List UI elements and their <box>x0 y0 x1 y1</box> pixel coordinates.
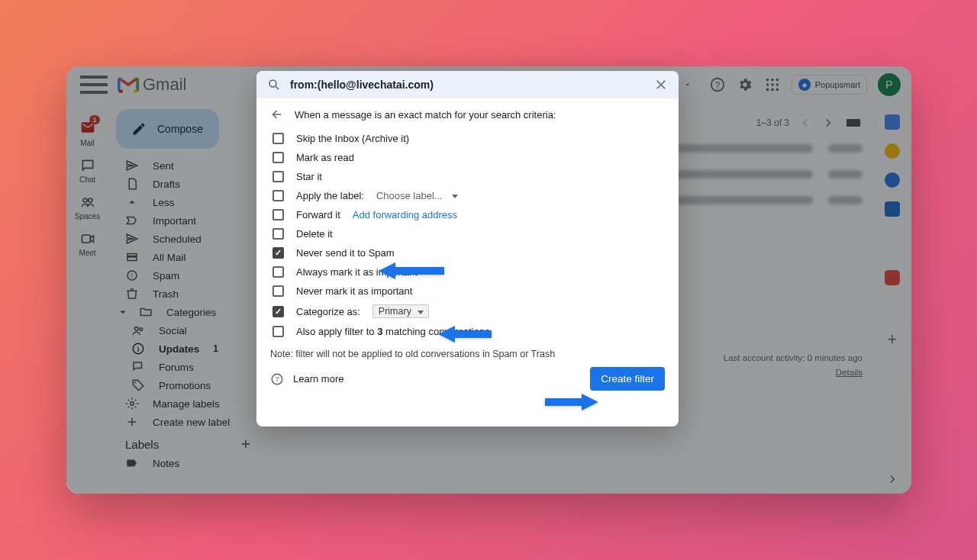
keep-icon[interactable] <box>885 143 900 159</box>
checkbox-never-spam[interactable] <box>272 247 284 259</box>
sidebar-item-important[interactable]: Important <box>108 211 265 230</box>
dialog-heading: When a message is an exact match for you… <box>295 109 556 121</box>
choose-label-dropdown[interactable]: Choose label... <box>376 190 458 201</box>
sidebar-item-allmail[interactable]: All Mail <box>108 248 265 266</box>
svg-point-21 <box>131 402 134 406</box>
rail-item-spaces[interactable]: Spaces <box>69 190 107 225</box>
settings-gear-icon[interactable] <box>737 76 753 93</box>
svg-point-17 <box>140 328 143 331</box>
checkbox-forward[interactable] <box>272 209 284 220</box>
forums-icon <box>131 360 145 374</box>
svg-point-5 <box>766 83 769 86</box>
svg-point-9 <box>771 89 774 92</box>
contacts-icon[interactable] <box>885 201 900 217</box>
add-label-icon[interactable] <box>239 437 253 451</box>
labels-header: Labels <box>108 431 265 454</box>
add-addon-icon[interactable]: + <box>888 330 898 349</box>
checkbox-never-important[interactable] <box>272 285 284 297</box>
close-icon[interactable] <box>654 78 668 92</box>
sidebar-item-categories[interactable]: Categories <box>108 303 265 321</box>
clock-send-icon <box>125 232 139 246</box>
dialog-body: When a message is an exact match for you… <box>256 98 679 401</box>
range-text: 1–3 of 3 <box>756 117 789 128</box>
rail-item-meet[interactable]: Meet <box>69 227 107 262</box>
svg-point-20 <box>134 381 136 383</box>
tag-icon <box>131 378 145 392</box>
sidebar-item-updates[interactable]: iUpdates1 <box>108 340 265 358</box>
create-filter-dialog: When a message is an exact match for you… <box>256 71 679 426</box>
pencil-icon <box>131 121 147 137</box>
tasks-icon[interactable] <box>885 172 900 188</box>
gmail-text: Gmail <box>143 75 186 95</box>
footer-info: Last account activity: 0 minutes ago Det… <box>724 351 863 379</box>
sidebar-item-promotions[interactable]: Promotions <box>108 376 265 394</box>
sidebar-item-drafts[interactable]: Drafts <box>108 175 265 193</box>
details-link[interactable]: Details <box>724 365 863 379</box>
add-forwarding-link[interactable]: Add forwarding address <box>353 209 457 220</box>
prev-page-icon[interactable] <box>798 116 812 130</box>
trash-icon <box>125 287 139 301</box>
sidebar-item-sent[interactable]: Sent <box>108 156 265 175</box>
checkbox-also-apply[interactable] <box>272 326 284 337</box>
sidebar-item-social[interactable]: Social <box>108 321 265 340</box>
help-icon[interactable]: ? <box>709 76 726 93</box>
back-arrow-icon[interactable] <box>270 108 284 121</box>
send-icon <box>125 159 139 172</box>
checkbox-categorize[interactable] <box>272 306 284 317</box>
calendar-icon[interactable] <box>885 114 900 130</box>
sidebar-item-notes[interactable]: Notes <box>108 454 265 472</box>
search-input[interactable] <box>290 79 645 91</box>
expand-panel-icon[interactable] <box>885 472 899 486</box>
gear-icon <box>125 397 139 410</box>
create-filter-button[interactable]: Create filter <box>590 367 665 391</box>
checkbox-mark-read[interactable] <box>272 152 284 163</box>
annotation-arrow <box>438 325 492 346</box>
dialog-footer: ? Learn more Create filter <box>270 367 665 391</box>
opt-never-spam: Never send it to Spam <box>270 243 665 262</box>
search-icon <box>267 78 281 92</box>
compose-button[interactable]: Compose <box>116 109 219 149</box>
opt-categorize: Categorize as: Primary <box>270 301 665 322</box>
category-select[interactable]: Primary <box>372 304 429 318</box>
mail-badge: 1 <box>89 115 99 124</box>
account-chip[interactable]: ◆ Popupsmart <box>792 75 867 95</box>
sidebar-item-forums[interactable]: Forums <box>108 358 265 376</box>
chip-logo-icon: ◆ <box>798 79 811 91</box>
sidebar-item-spam[interactable]: !Spam <box>108 266 265 285</box>
main-menu-button[interactable] <box>76 66 112 103</box>
chevron-up-icon <box>125 195 139 209</box>
apps-grid-icon[interactable] <box>764 76 781 93</box>
checkbox-always-important[interactable] <box>272 266 284 278</box>
file-icon <box>125 177 139 191</box>
rail-item-chat[interactable]: Chat <box>69 153 107 188</box>
svg-point-7 <box>775 83 779 86</box>
learn-more-link[interactable]: Learn more <box>293 373 343 385</box>
keyboard-icon[interactable] <box>844 114 863 132</box>
svg-text:?: ? <box>714 80 720 91</box>
svg-text:?: ? <box>275 375 279 383</box>
sidebar-item-trash[interactable]: Trash <box>108 285 265 303</box>
sidebar-item-create-label[interactable]: Create new label <box>108 413 265 431</box>
avatar[interactable]: P <box>878 73 901 96</box>
svg-point-23 <box>269 80 276 87</box>
help-circle-icon[interactable]: ? <box>270 372 284 386</box>
checkbox-delete[interactable] <box>272 228 284 240</box>
activity-text: Last account activity: 0 minutes ago <box>724 351 863 365</box>
svg-point-12 <box>88 198 92 202</box>
addon-icon[interactable] <box>885 270 900 285</box>
sidebar-item-scheduled[interactable]: Scheduled <box>108 230 265 248</box>
stack-icon <box>125 250 139 264</box>
chip-label: Popupsmart <box>815 80 860 89</box>
left-rail: 1 Mail Chat Spaces Meet <box>66 103 108 494</box>
next-page-icon[interactable] <box>821 116 835 130</box>
opt-never-important: Never mark it as important <box>270 282 665 301</box>
checkbox-skip-inbox[interactable] <box>272 133 284 144</box>
spaces-icon <box>80 195 95 210</box>
checkbox-star[interactable] <box>272 171 284 182</box>
checkbox-apply-label[interactable] <box>272 190 284 201</box>
svg-point-2 <box>766 79 769 82</box>
sidebar-item-manage-labels[interactable]: Manage labels <box>108 394 265 413</box>
rail-item-mail[interactable]: 1 Mail <box>69 115 107 152</box>
sidebar-item-less[interactable]: Less <box>108 193 265 211</box>
chevron-down-icon <box>683 80 692 89</box>
